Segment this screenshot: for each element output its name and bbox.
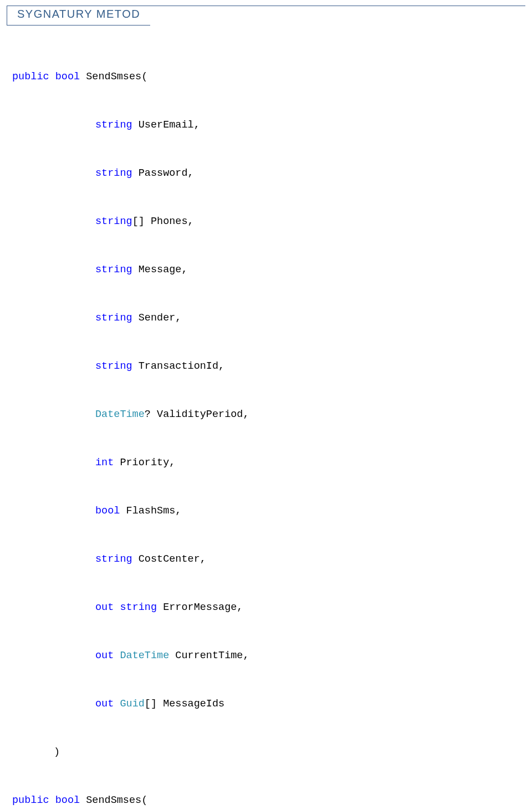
type-datetime: DateTime — [95, 409, 145, 420]
param-rest: Priority, — [114, 457, 175, 469]
method-decl-1: public bool SendSmses( — [12, 65, 532, 89]
param-line: out DateTime CurrentTime, — [12, 644, 532, 668]
param-line: string UserEmail, — [12, 113, 532, 137]
type-guid: Guid — [120, 698, 144, 710]
type-string: string — [95, 264, 132, 276]
param-rest: Message, — [132, 264, 188, 276]
param-rest: FlashSms, — [120, 505, 181, 517]
param-line: string CostCenter, — [12, 547, 532, 571]
type-string: string — [95, 360, 132, 372]
param-rest: [] MessageIds — [145, 698, 224, 710]
keyword-public: public — [12, 795, 49, 806]
param-line: string TransactionId, — [12, 354, 532, 378]
param-line: string Password, — [12, 161, 532, 185]
method-name: SendSmses( — [80, 795, 147, 806]
type-bool: bool — [95, 505, 120, 517]
keyword-out: out — [95, 698, 120, 710]
type-datetime: DateTime — [120, 650, 169, 662]
param-line: bool FlashSms, — [12, 499, 532, 523]
param-rest: [] Phones, — [132, 216, 194, 227]
section-title: SYGNATURY METOD — [7, 6, 150, 26]
param-rest: Sender, — [132, 312, 182, 324]
type-string: string — [95, 216, 132, 227]
param-line: string Message, — [12, 258, 532, 282]
param-line: string Sender, — [12, 306, 532, 330]
keyword-bool: bool — [55, 71, 80, 83]
type-string: string — [120, 602, 157, 613]
type-string: string — [95, 553, 132, 565]
method-decl-2: public bool SendSmses( — [12, 788, 532, 809]
type-string: string — [95, 167, 132, 179]
param-line: out string ErrorMessage, — [12, 596, 532, 619]
keyword-out: out — [95, 650, 120, 662]
param-line: string[] Phones, — [12, 210, 532, 233]
close-paren: ) — [12, 740, 532, 764]
keyword-public: public — [12, 71, 49, 83]
param-rest: TransactionId, — [132, 360, 225, 372]
keyword-out: out — [95, 602, 120, 613]
type-string: string — [95, 119, 132, 131]
param-rest: CostCenter, — [132, 553, 206, 565]
param-rest: Password, — [132, 167, 194, 179]
keyword-bool: bool — [55, 795, 80, 806]
param-rest: UserEmail, — [132, 119, 200, 131]
param-rest: ErrorMessage, — [157, 602, 243, 613]
param-line: out Guid[] MessageIds — [12, 692, 532, 716]
code-block: public bool SendSmses( string UserEmail,… — [0, 26, 532, 809]
method-name: SendSmses( — [80, 71, 147, 83]
type-int: int — [95, 457, 114, 469]
type-string: string — [95, 312, 132, 324]
param-line: DateTime? ValidityPeriod, — [12, 403, 532, 426]
param-rest: ? ValidityPeriod, — [145, 409, 249, 420]
param-line: int Priority, — [12, 451, 532, 475]
param-rest: CurrentTime, — [169, 650, 249, 662]
